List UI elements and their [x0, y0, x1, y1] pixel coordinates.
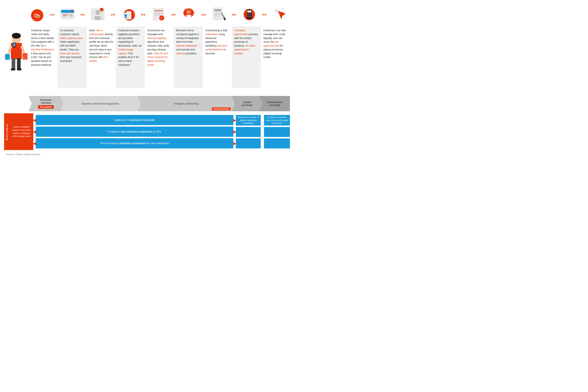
svg-rect-35 — [214, 13, 220, 13]
svg-text:✓: ✓ — [101, 8, 103, 11]
svg-point-11 — [94, 16, 102, 20]
icon-cell-7 — [208, 6, 229, 22]
banner-intelligent-underwriting: Intelligent underwriting Instant decisio… — [138, 96, 235, 111]
col-1: Customer shops online and adds items in … — [28, 26, 58, 88]
svg-rect-5 — [63, 16, 66, 16]
col-2-red-1: BNPL payment plan — [60, 37, 83, 40]
outcomes-section: Outcomes Nurture qualified leads to driv… — [4, 113, 290, 150]
outcome-bar-3: ◀ 20% increase in checkout conversions f… — [36, 138, 233, 148]
icon-cell-4: 👤 — [118, 6, 138, 22]
outcomes-far-right-box-1: Increase in retention rate & cross-sell/… — [264, 115, 290, 126]
arrow-8: »» — [260, 12, 269, 17]
col-7-text: Underwriting is fully automated, using a… — [205, 29, 227, 55]
outcomes-far-right-box-3-text — [277, 142, 277, 145]
arrow-3: »» — [108, 12, 118, 17]
icon-cell-5: ✓ — [148, 6, 169, 22]
arrow-1: »» — [48, 12, 57, 17]
banner-seg1-label: Proactive — [40, 98, 52, 102]
banner-seg3-label: Intelligent underwriting — [174, 102, 198, 105]
svg-rect-58 — [11, 68, 15, 70]
profile-icon: ✓ — [90, 6, 106, 22]
svg-rect-62 — [5, 54, 10, 60]
content-columns: Customer shops online and adds items in … — [28, 26, 290, 88]
svg-rect-56 — [12, 58, 15, 70]
svg-rect-32 — [213, 8, 222, 20]
col-5: Documents are managed and checked digita… — [145, 26, 174, 88]
outcomes-right-box-2-text — [248, 130, 249, 134]
arrow-left-1: ◀ — [33, 118, 36, 122]
cloud-icon: ↑ — [180, 6, 197, 22]
svg-rect-46 — [249, 14, 251, 16]
banner-instant-purchase: Instant purchase — [232, 96, 262, 111]
col-9: Customers can fully manage their credit … — [261, 26, 290, 88]
svg-text:↑: ↑ — [188, 10, 190, 14]
svg-point-49 — [282, 8, 284, 10]
banner-omnichannel-servicing: Omnichannel servicing — [259, 96, 290, 111]
arrow-6: »» — [199, 12, 208, 17]
svg-rect-63 — [22, 53, 28, 60]
arrow-right-1: ▶ — [233, 118, 236, 122]
outcomes-right-box-3 — [236, 138, 261, 148]
svg-rect-34 — [214, 11, 221, 12]
svg-rect-23 — [154, 14, 160, 14]
arrow-7: »» — [229, 12, 239, 17]
digital-icon — [271, 6, 288, 22]
col-3-red-2: third parties — [89, 56, 108, 62]
svg-rect-21 — [154, 10, 162, 11]
svg-rect-45 — [247, 14, 249, 16]
checkout-icon — [60, 6, 76, 22]
svg-rect-44 — [249, 13, 251, 14]
outcomes-left-box: Nurture qualified leads to drive 50% hig… — [10, 113, 33, 150]
banner-seg2-label: Seamless omnichannel application — [82, 102, 119, 105]
outcomes-right-box-1: Increase in number of digital onboarding… — [236, 115, 261, 126]
calculator-icon — [241, 6, 258, 22]
svg-text:👤: 👤 — [124, 14, 128, 18]
col-5-text: Documents are managed and checked digita… — [147, 29, 169, 66]
svg-point-48 — [274, 9, 278, 12]
svg-point-10 — [95, 10, 100, 15]
svg-text:✓: ✓ — [160, 16, 163, 20]
col-4-red-1: mobile image capture — [118, 48, 133, 55]
svg-text:🛍: 🛍 — [34, 12, 40, 19]
svg-rect-59 — [17, 68, 22, 70]
svg-rect-37 — [214, 16, 218, 16]
outcomes-far-right-box-3 — [264, 138, 290, 148]
col-8: Accepted agreements proceed with the ins… — [232, 26, 261, 88]
col-2: At checkout, customer selects BNPL payme… — [58, 26, 86, 88]
shopping-icon: 🛍 — [29, 6, 45, 22]
col-9-text: Customers can fully manage their credit … — [264, 29, 286, 58]
page: 🛍 »» »» — [0, 0, 294, 160]
svg-rect-7 — [69, 16, 72, 16]
mobile-icon: 👤 — [120, 6, 136, 22]
outcomes-left-text: Nurture qualified leads to drive 50% hig… — [12, 125, 32, 138]
col-6: Borrower info is compared against a vari… — [174, 26, 203, 88]
person-figure-area — [4, 26, 28, 92]
arrow-5: »» — [169, 12, 178, 17]
col-8-red-1: Accepted agreements — [234, 29, 248, 36]
outcomes-right-box-1-text: Increase in number of digital onboarding… — [237, 116, 260, 125]
col-3-text: Basic info is prepopulated directly from… — [89, 29, 113, 62]
svg-rect-24 — [154, 15, 162, 16]
col-4: Customer answers eligibility questions a… — [116, 26, 145, 88]
instant-decision-badge: Instant decision — [212, 108, 231, 110]
col-5-red-2: One-off hard check required for digital … — [147, 52, 168, 66]
arrow-2: »» — [78, 12, 88, 17]
arrow-left-3: ◀ — [33, 141, 36, 145]
arrow-4: »» — [138, 12, 148, 17]
svg-rect-42 — [247, 10, 251, 12]
process-banner: Proactive outreach Pre-qualify Seamless … — [28, 96, 290, 111]
svg-point-8 — [71, 10, 73, 12]
arrow-right-2: ▶ — [233, 130, 236, 134]
outcomes-right-box-2 — [236, 127, 261, 137]
svg-rect-43 — [247, 13, 249, 14]
col-2-red-2: save and resume — [60, 52, 80, 55]
col-7: Underwriting is fully automated, using a… — [203, 26, 232, 88]
outcomes-right-col-1: Increase in number of digital onboarding… — [236, 113, 262, 150]
prequalify-badge: Pre-qualify — [38, 105, 54, 109]
icon-cell-3: ✓ — [88, 6, 108, 22]
sources-text: Sources: Publicis Sapient Analysis — [6, 153, 290, 156]
col-7-red-1: automated — [205, 33, 217, 36]
col-1-text: Customer shops online and adds items in … — [31, 29, 54, 66]
col-8-red-2: No other paperwork is needed. — [234, 44, 256, 55]
documents-icon: ✓ — [150, 6, 166, 22]
